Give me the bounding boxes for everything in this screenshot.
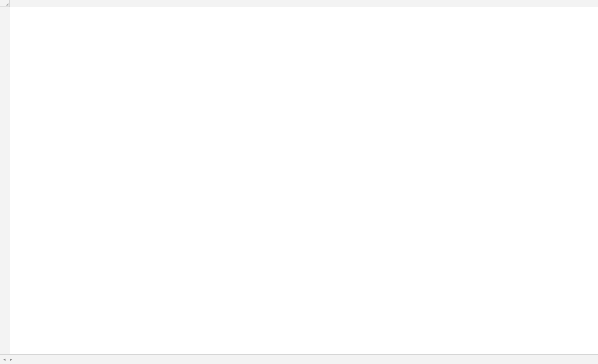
column-headers	[0, 0, 598, 7]
row-headers	[0, 7, 10, 354]
tab-next-icon[interactable]: ►	[9, 358, 13, 361]
spreadsheet	[0, 0, 598, 354]
tab-nav: ◄ ►	[0, 358, 16, 361]
sheet-tabs-bar: ◄ ►	[0, 354, 598, 364]
tab-prev-icon[interactable]: ◄	[3, 358, 6, 361]
select-all-corner[interactable]	[0, 0, 10, 7]
cells-area[interactable]	[10, 7, 598, 354]
